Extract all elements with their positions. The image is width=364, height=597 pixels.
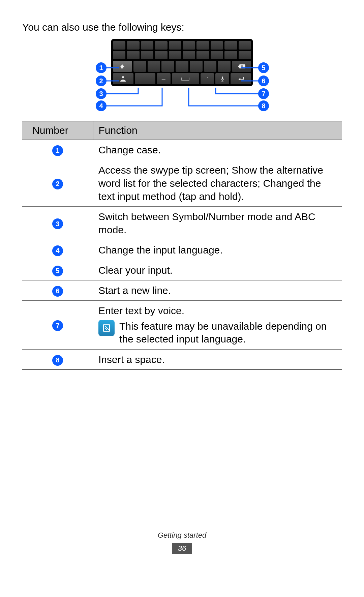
keyboard-diagram: — ' 1 2 3 4 5 6 7 8	[0, 37, 364, 118]
row-number-2: 2	[52, 179, 63, 189]
annotation-lines	[0, 37, 364, 118]
footer-section: Getting started	[0, 531, 364, 540]
row-function-6: Start a new line.	[93, 280, 342, 301]
row-number-3: 3	[52, 218, 63, 229]
table-row: 8 Insert a space.	[22, 349, 342, 370]
row-number-1: 1	[52, 145, 63, 156]
header-function: Function	[93, 121, 342, 140]
table-row: 7 Enter text by voice. This feature may …	[22, 301, 342, 350]
annotation-badge-3: 3	[96, 88, 107, 99]
row-number-7: 7	[52, 320, 63, 331]
table-row: 6 Start a new line.	[22, 280, 342, 301]
annotation-badge-6: 6	[258, 76, 269, 86]
annotation-badge-7: 7	[258, 88, 269, 99]
row-number-8: 8	[52, 355, 63, 366]
header-number: Number	[22, 121, 93, 140]
function-table: Number Function 1 Change case. 2 Access …	[22, 121, 342, 370]
row-function-2: Access the swype tip screen; Show the al…	[93, 160, 342, 207]
svg-rect-6	[103, 324, 110, 332]
row-number-4: 4	[52, 245, 63, 256]
row-function-1: Change case.	[93, 140, 342, 160]
row-function-4: Change the input language.	[93, 240, 342, 260]
row-function-7: Enter text by voice.	[98, 304, 336, 317]
table-row: 2 Access the swype tip screen; Show the …	[22, 160, 342, 207]
annotation-badge-1: 1	[96, 62, 107, 73]
annotation-badge-5: 5	[258, 62, 269, 73]
annotation-badge-4: 4	[96, 100, 107, 111]
intro-text: You can also use the following keys:	[22, 22, 184, 33]
row-number-6: 6	[52, 286, 63, 297]
page-number: 36	[0, 543, 364, 554]
table-row: 5 Clear your input.	[22, 260, 342, 280]
row-function-3: Switch between Symbol/Number mode and AB…	[93, 207, 342, 240]
row-function-8: Insert a space.	[93, 349, 342, 370]
annotation-badge-8: 8	[258, 100, 269, 111]
row-function-5: Clear your input.	[93, 260, 342, 280]
row-note-7: This feature may be unavailable dependin…	[119, 320, 336, 346]
annotation-badge-2: 2	[96, 76, 107, 86]
row-number-5: 5	[52, 266, 63, 276]
note-icon	[98, 320, 115, 336]
table-row: 1 Change case.	[22, 140, 342, 160]
table-row: 4 Change the input language.	[22, 240, 342, 260]
table-row: 3 Switch between Symbol/Number mode and …	[22, 207, 342, 240]
